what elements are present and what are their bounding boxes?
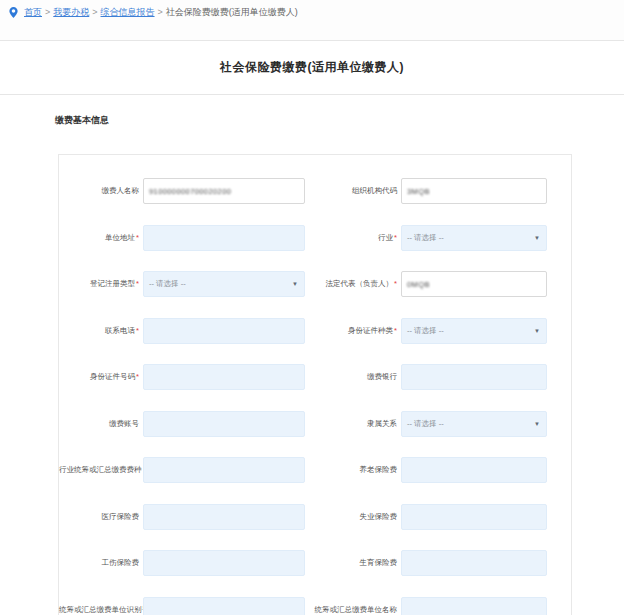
breadcrumb-link-info-report[interactable]: 综合信息报告 (101, 7, 155, 18)
id-number-label: 身份证件号码* (59, 372, 143, 382)
form-row: 行业统筹或汇总缴费费种 养老保险费 (59, 447, 571, 494)
payment-bank-label: 缴费银行 (305, 372, 401, 382)
contact-phone-input[interactable] (143, 318, 305, 344)
industry-pooling-type-label: 行业统筹或汇总缴费费种 (59, 465, 143, 475)
location-pin-icon (9, 7, 18, 18)
contact-phone-label: 联系电话* (59, 326, 143, 336)
form-row: 医疗保险费 失业保险费 (59, 494, 571, 541)
breadcrumb-link-tax-services[interactable]: 我要办税 (53, 7, 89, 18)
breadcrumb-separator: > (158, 7, 163, 18)
form-row: 单位地址* 行业* -- 请选择 --▼ (59, 215, 571, 262)
pooling-unit-id-label: 统筹或汇总缴费单位识别号 (59, 605, 143, 615)
payer-name-input[interactable]: 910000000700020200 (143, 178, 305, 204)
breadcrumb-separator: > (45, 7, 50, 18)
payment-account-input[interactable] (143, 411, 305, 437)
id-type-select[interactable]: -- 请选择 --▼ (401, 318, 547, 344)
page-title: 社会保险费缴费(适用单位缴费人) (220, 59, 404, 76)
maternity-insurance-label: 生育保险费 (305, 558, 401, 568)
form-row: 工伤保险费 生育保险费 (59, 540, 571, 587)
pension-insurance-input[interactable] (401, 457, 547, 483)
payment-bank-input[interactable] (401, 364, 547, 390)
pooling-unit-name-input[interactable] (401, 597, 547, 615)
industry-pooling-type-input[interactable] (143, 457, 305, 483)
basic-info-panel: 缴费人名称 910000000700020200 组织机构代码 3MQB 单位地… (58, 154, 572, 615)
dropdown-arrow-icon: ▼ (534, 328, 540, 334)
form-row: 统筹或汇总缴费单位识别号 统筹或汇总缴费单位名称 (59, 587, 571, 615)
maternity-insurance-input[interactable] (401, 550, 547, 576)
title-bar: 社会保险费缴费(适用单位缴费人) (0, 41, 624, 95)
work-injury-insurance-input[interactable] (143, 550, 305, 576)
breadcrumb-link-home[interactable]: 首页 (24, 7, 42, 18)
pension-insurance-label: 养老保险费 (305, 465, 401, 475)
form-row: 登记注册类型* -- 请选择 --▼ 法定代表（负责人）* 0MQB (59, 261, 571, 308)
medical-insurance-input[interactable] (143, 504, 305, 530)
payment-account-label: 缴费账号 (59, 419, 143, 429)
pooling-unit-id-input[interactable] (143, 597, 305, 615)
dropdown-arrow-icon: ▼ (534, 235, 540, 241)
id-number-input[interactable] (143, 364, 305, 390)
org-code-input[interactable]: 3MQB (401, 178, 547, 204)
unit-address-input[interactable] (143, 225, 305, 251)
affiliation-select[interactable]: -- 请选择 --▼ (401, 411, 547, 437)
unemployment-insurance-input[interactable] (401, 504, 547, 530)
dropdown-arrow-icon: ▼ (292, 281, 298, 287)
breadcrumb-separator: > (92, 7, 97, 18)
form-row: 身份证件号码* 缴费银行 (59, 354, 571, 401)
affiliation-label: 隶属关系 (305, 419, 401, 429)
form-row: 缴费人名称 910000000700020200 组织机构代码 3MQB (59, 168, 571, 215)
industry-label: 行业* (305, 233, 401, 243)
section-title: 缴费基本信息 (55, 114, 624, 127)
registration-type-select[interactable]: -- 请选择 --▼ (143, 271, 305, 297)
industry-select[interactable]: -- 请选择 --▼ (401, 225, 547, 251)
breadcrumb-current-page: 社会保险费缴费(适用单位缴费人) (166, 7, 298, 18)
work-injury-insurance-label: 工伤保险费 (59, 558, 143, 568)
legal-rep-label: 法定代表（负责人）* (305, 279, 401, 289)
pooling-unit-name-label: 统筹或汇总缴费单位名称 (305, 605, 401, 615)
form-row: 联系电话* 身份证件种类* -- 请选择 --▼ (59, 308, 571, 355)
form-row: 缴费账号 隶属关系 -- 请选择 --▼ (59, 401, 571, 448)
id-type-label: 身份证件种类* (305, 326, 401, 336)
unit-address-label: 单位地址* (59, 233, 143, 243)
legal-rep-input[interactable]: 0MQB (401, 271, 547, 297)
breadcrumb: 首页 > 我要办税 > 综合信息报告 > 社会保险费缴费(适用单位缴费人) (0, 0, 624, 41)
medical-insurance-label: 医疗保险费 (59, 512, 143, 522)
dropdown-arrow-icon: ▼ (534, 421, 540, 427)
org-code-label: 组织机构代码 (305, 186, 401, 196)
unemployment-insurance-label: 失业保险费 (305, 512, 401, 522)
registration-type-label: 登记注册类型* (59, 279, 143, 289)
payer-name-label: 缴费人名称 (59, 186, 143, 196)
